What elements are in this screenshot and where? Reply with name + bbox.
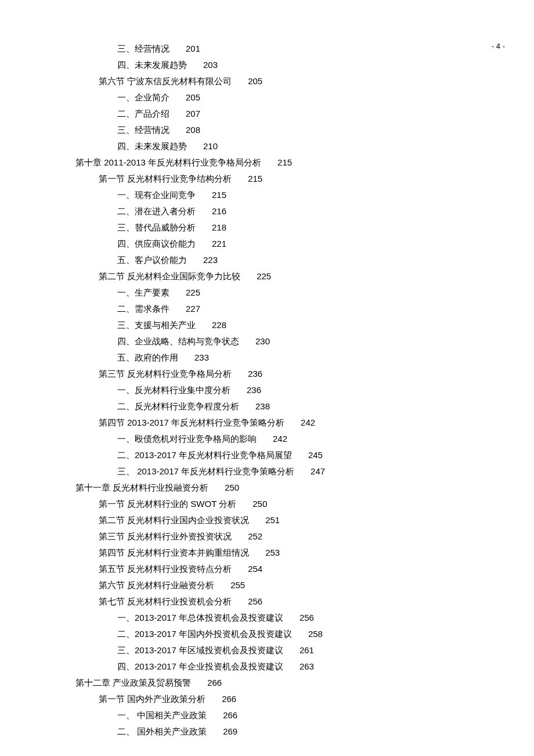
toc-entry-page: 207 [186,109,200,118]
toc-entry-text: 四、供应商议价能力 [117,239,196,249]
toc-entry-text: 四、未来发展趋势 [117,141,187,151]
toc-entry-page: 227 [186,304,200,314]
toc-entry-text: 一、反光材料行业集中度分析 [117,385,230,395]
toc-entry: 一、殴债危机对行业竞争格局的影响242 [75,431,534,447]
toc-entry-page: 251 [265,515,280,525]
toc-entry-page: 236 [248,369,262,379]
toc-entry-page: 263 [300,661,314,671]
toc-entry-text: 二、产品介绍 [117,109,169,118]
toc-entry-text: 第三节 反光材料行业外资投资状况 [99,531,232,541]
toc-entry-text: 二、2013-2017 年反光材料行业竞争格局展望 [117,450,292,460]
toc-entry: 二、2013-2017 年反光材料行业竞争格局展望245 [75,447,534,463]
toc-entry-text: 三、支援与相关产业 [117,320,196,330]
toc-entry-page: 242 [301,417,315,427]
toc-entry-page: 215 [248,174,262,183]
toc-entry-page: 225 [186,287,200,297]
toc-entry-page: 252 [248,531,262,541]
toc-entry: 三、经营情况201 [75,41,534,57]
toc-entry-text: 第四节 反光材料行业资本并购重组情况 [99,548,249,557]
toc-entry-text: 第三节 反光材料行业竞争格局分析 [99,369,232,379]
toc-entry: 第四节 反光材料行业资本并购重组情况253 [75,545,534,561]
toc-entry-text: 五、客户议价能力 [117,255,187,265]
toc-entry: 二、2013-2017 年国内外投资机会及投资建议258 [75,626,534,642]
toc-entry: 一、现有企业间竞争215 [75,187,534,203]
toc-entry-text: 第十章 2011-2013 年反光材料行业竞争格局分析 [75,157,261,167]
toc-entry-page: 266 [223,710,237,720]
toc-entry-text: 一、现有企业间竞争 [117,190,196,200]
toc-entry-text: 一、2013-2017 年总体投资机会及投资建议 [117,613,283,622]
toc-entry-text: 第二节 反光材料行业国内企业投资状况 [99,515,249,525]
document-page: - 4 - 三、经营情况201四、未来发展趋势203第六节 宁波东信反光材料有限… [0,0,534,756]
toc-entry-page: 221 [212,239,226,249]
toc-entry: 第十章 2011-2013 年反光材料行业竞争格局分析215 [75,154,534,171]
toc-entry-page: 208 [186,125,200,135]
toc-entry: 一、企业简介205 [75,89,534,106]
toc-entry: 第二节 反光材料行业国内企业投资状况251 [75,512,534,528]
toc-entry: 三、2013-2017 年区域投资机会及投资建议261 [75,642,534,658]
page-number: - 4 - [492,42,505,51]
toc-entry-page: 215 [212,190,226,200]
toc-entry-text: 四、企业战略、结构与竞争状态 [117,336,239,346]
toc-entry: 五、政府的作用233 [75,350,534,366]
toc-entry-page: 216 [212,206,226,216]
toc-entry-page: 261 [300,645,314,655]
toc-entry-text: 三、替代品威胁分析 [117,222,196,232]
toc-entry-text: 一、企业简介 [117,92,169,102]
toc-entry-page: 258 [308,629,323,639]
toc-entry-page: 205 [248,76,262,86]
toc-entry: 第三节 反光材料行业外资投资状况252 [75,528,534,545]
toc-entry: 第一节 反光材料行业的 SWOT 分析250 [75,496,534,512]
toc-entry-text: 二、反光材料行业竞争程度分析 [117,401,239,411]
toc-entry-text: 第十二章 产业政策及贸易预警 [75,678,191,687]
toc-entry-page: 250 [225,483,239,492]
toc-entry-text: 三、2013-2017 年区域投资机会及投资建议 [117,645,283,655]
toc-entry-text: 二、 国外相关产业政策 [117,726,207,736]
toc-entry-page: 225 [257,271,271,281]
toc-entry-text: 第一节 国内外产业政策分析 [99,694,205,704]
toc-entry-page: 223 [203,255,218,265]
toc-entry-text: 第一节 反光材料行业竞争结构分析 [99,174,232,183]
toc-entry-page: 250 [252,499,267,509]
toc-entry-text: 一、 中国相关产业政策 [117,710,207,720]
toc-entry-page: 245 [308,450,323,460]
toc-entry-page: 228 [212,320,226,330]
toc-entry-text: 二、潜在进入者分析 [117,206,196,216]
toc-entry-page: 201 [186,44,200,53]
toc-entry-page: 210 [203,141,218,151]
toc-entry: 一、生产要素225 [75,285,534,301]
toc-entry: 四、未来发展趋势210 [75,138,534,154]
toc-entry-text: 第一节 反光材料行业的 SWOT 分析 [99,499,236,509]
toc-entry: 四、供应商议价能力221 [75,236,534,252]
toc-entry: 一、反光材料行业集中度分析236 [75,382,534,398]
toc-entry: 三、 2013-2017 年反光材料行业竞争策略分析247 [75,463,534,480]
toc-entry-text: 第二节 反光材料企业国际竞争力比较 [99,271,240,281]
toc-entry-page: 256 [248,596,262,606]
toc-entry-page: 255 [230,580,245,590]
toc-entry: 二、需求条件227 [75,301,534,317]
toc-entry-page: 247 [311,466,325,476]
toc-entry-text: 三、经营情况 [117,125,169,135]
toc-entry-page: 218 [212,222,226,232]
table-of-contents: 三、经营情况201四、未来发展趋势203第六节 宁波东信反光材料有限公司205一… [75,41,534,740]
toc-entry-page: 205 [186,92,200,102]
toc-entry-page: 254 [248,564,262,574]
toc-entry-text: 第七节 反光材料行业投资机会分析 [99,596,232,606]
toc-entry: 三、经营情况208 [75,122,534,138]
toc-entry: 第四节 2013-2017 年反光材料行业竞争策略分析242 [75,415,534,431]
toc-entry: 三、替代品威胁分析218 [75,219,534,236]
toc-entry-page: 266 [207,678,222,687]
toc-entry: 四、未来发展趋势203 [75,57,534,73]
toc-entry-text: 二、2013-2017 年国内外投资机会及投资建议 [117,629,292,639]
toc-entry-page: 203 [203,60,218,70]
toc-entry: 四、企业战略、结构与竞争状态230 [75,333,534,350]
toc-entry: 四、2013-2017 年企业投资机会及投资建议263 [75,658,534,675]
toc-entry: 第一节 反光材料行业竞争结构分析215 [75,171,534,187]
toc-entry: 二、潜在进入者分析216 [75,203,534,219]
toc-entry-text: 一、生产要素 [117,287,169,297]
toc-entry-text: 第五节 反光材料行业投资特点分析 [99,564,232,574]
toc-entry: 第六节 反光材料行业融资分析255 [75,577,534,593]
toc-entry: 一、2013-2017 年总体投资机会及投资建议256 [75,610,534,626]
toc-entry-text: 三、 2013-2017 年反光材料行业竞争策略分析 [117,466,294,476]
toc-entry-text: 四、未来发展趋势 [117,60,187,70]
toc-entry-text: 二、需求条件 [117,304,169,314]
